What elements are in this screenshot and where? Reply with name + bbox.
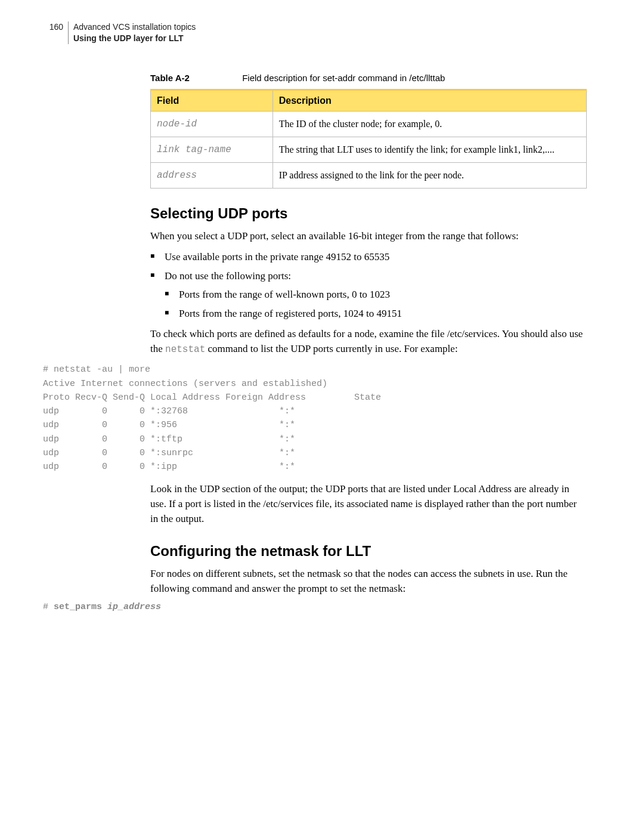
cmd-name: set_parms (54, 602, 107, 612)
cell-desc: IP address assigned to the link for the … (273, 162, 586, 188)
cell-field: link tag-name (151, 137, 273, 162)
list-item: Do not use the following ports: Ports fr… (150, 268, 587, 322)
page-number: 160 (43, 21, 63, 33)
code-block: # netstat -au | more Active Internet con… (43, 363, 587, 474)
para: For nodes on different subnets, set the … (150, 567, 587, 596)
para: To check which ports are defined as defa… (150, 327, 587, 357)
para: Look in the UDP section of the output; t… (150, 482, 587, 526)
table-caption-text: Field description for set-addr command i… (242, 73, 445, 83)
cmd-arg: ip_address (107, 602, 161, 612)
main-content: Table A-2 Field description for set-addr… (150, 73, 587, 613)
list-item: Use available ports in the private range… (150, 249, 587, 265)
header-line2: Using the UDP layer for LLT (73, 33, 196, 44)
cell-desc: The string that LLT uses to identify the… (273, 137, 586, 162)
th-field: Field (151, 89, 273, 111)
list-item: Ports from the range of registered ports… (165, 306, 587, 322)
nested-bullet-list: Ports from the range of well-known ports… (165, 287, 587, 321)
header-titles: Advanced VCS installation topics Using t… (68, 21, 196, 44)
bullet-list: Use available ports in the private range… (150, 249, 587, 321)
table-row: node-id The ID of the cluster node; for … (151, 111, 587, 137)
table-row: address IP address assigned to the link … (151, 162, 587, 188)
field-table: Field Description node-id The ID of the … (150, 89, 587, 189)
para-part: command to list the UDP ports currently … (205, 343, 457, 354)
running-header: 160 Advanced VCS installation topics Usi… (43, 21, 587, 44)
table-caption: Table A-2 Field description for set-addr… (150, 73, 587, 83)
cell-field: node-id (151, 111, 273, 137)
list-item: Ports from the range of well-known ports… (165, 287, 587, 302)
heading-selecting-udp-ports: Selecting UDP ports (150, 205, 587, 222)
list-item-text: Do not use the following ports: (165, 270, 291, 282)
header-line1: Advanced VCS installation topics (73, 21, 196, 33)
cell-desc: The ID of the cluster node; for example,… (273, 111, 586, 137)
table-row: link tag-name The string that LLT uses t… (151, 137, 587, 162)
table-number: Table A-2 (150, 73, 240, 83)
page: 160 Advanced VCS installation topics Usi… (0, 0, 644, 828)
cmd-prompt: # (43, 602, 54, 612)
para: When you select a UDP port, select an av… (150, 229, 587, 244)
inline-code: netstat (165, 344, 205, 355)
table-header-row: Field Description (151, 89, 587, 111)
command-line: # set_parms ip_address (43, 602, 587, 612)
th-description: Description (273, 89, 586, 111)
heading-configuring-netmask: Configuring the netmask for LLT (150, 543, 587, 560)
cell-field: address (151, 162, 273, 188)
